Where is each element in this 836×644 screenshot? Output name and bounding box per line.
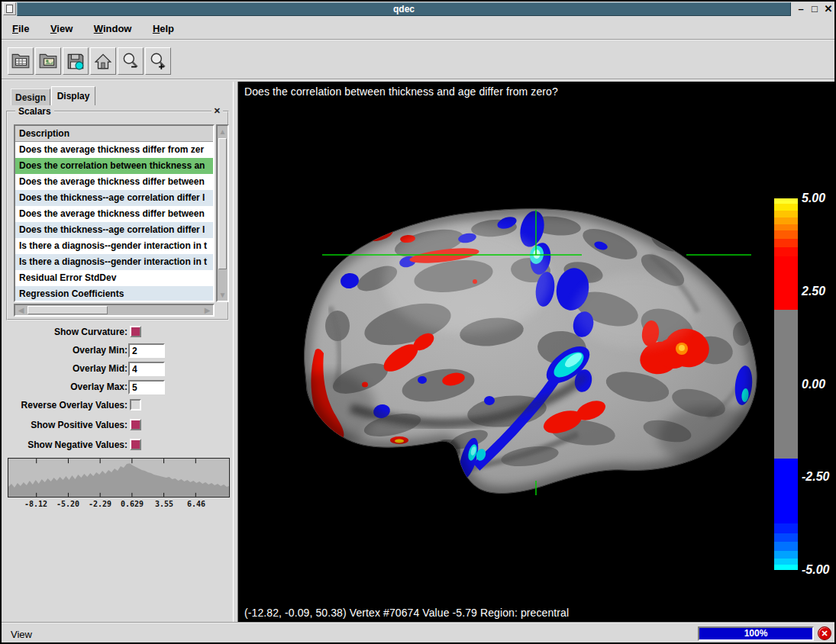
colorbar-label: 0.00 [802, 378, 825, 391]
zoom-in-button[interactable] [145, 47, 171, 75]
colorbar-label: -5.00 [802, 563, 829, 577]
surface-viewer[interactable]: Does the correlation between thickness a… [238, 82, 834, 622]
overlay-colorbar [774, 198, 798, 570]
show-curvature-label: Show Curvature: [54, 327, 127, 337]
colorbar-label: 5.00 [802, 192, 825, 205]
hist-tick: -2.29 [89, 500, 111, 508]
question-text: Does the correlation between thickness a… [244, 85, 558, 98]
show-curvature-checkbox[interactable] [130, 326, 141, 337]
show-negative-row: Show Negative Values: [2, 438, 233, 453]
list-item[interactable]: Residual Error StdDev [15, 270, 213, 286]
vertical-scrollbar[interactable]: ▲ ▼ [216, 124, 229, 302]
vertex-status-text: (-12.82, -0.09, 50.38) Vertex #70674 Val… [244, 607, 569, 619]
colorbar-gray-segment [774, 310, 798, 459]
home-icon [93, 51, 113, 71]
scroll-up-icon[interactable]: ▲ [218, 127, 228, 137]
minimize-button[interactable]: – [794, 2, 808, 16]
window-title: qdec [17, 2, 791, 16]
list-item[interactable]: Does the average thickness differ betwee… [15, 174, 213, 190]
scroll-right-icon[interactable]: ▶ [202, 305, 212, 315]
titlebar: qdec – □ ✕ [2, 2, 834, 17]
home-view-button[interactable] [90, 47, 116, 75]
tab-design[interactable]: Design [11, 89, 50, 105]
show-positive-row: Show Positive Values: [2, 418, 233, 433]
scalars-title: Scalars [15, 106, 54, 117]
maximize-button[interactable]: □ [808, 2, 821, 16]
overlay-mid-label: Overlay Mid: [73, 363, 127, 374]
list-item[interactable]: Is there a diagnosis--gender interaction… [15, 254, 213, 270]
zoom-out-button[interactable] [118, 47, 144, 75]
folder-table-icon [11, 51, 31, 71]
overlay-max-input[interactable] [128, 380, 165, 394]
list-header: Description [15, 126, 213, 142]
window-menu-icon[interactable] [3, 2, 16, 15]
menu-window[interactable]: Window [87, 18, 139, 38]
overlay-max-label: Overlay Max: [70, 382, 127, 392]
list-item-selected[interactable]: Does the correlation between thickness a… [15, 158, 213, 174]
zoom-in-icon [148, 51, 168, 71]
load-data-table-button[interactable] [8, 47, 34, 75]
scalars-close-icon[interactable]: ✕ [211, 106, 223, 116]
horizontal-scrollbar[interactable]: ◀ ▶ [14, 304, 215, 317]
tab-display[interactable]: Display [51, 86, 95, 105]
scalars-list[interactable]: Description Does the average thickness d… [14, 124, 215, 302]
save-icon [66, 51, 86, 71]
reverse-overlay-checkbox[interactable] [130, 399, 141, 411]
menu-view[interactable]: View [44, 18, 79, 38]
app-window: qdec – □ ✕ File View Window Help [0, 0, 836, 644]
menu-help[interactable]: Help [146, 18, 181, 38]
progress-value: 100% [699, 628, 812, 639]
cancel-progress-button[interactable]: ✕ [818, 626, 831, 640]
reverse-overlay-row: Reverse Overlay Values: [2, 398, 233, 414]
show-negative-checkbox[interactable] [130, 439, 141, 450]
show-positive-label: Show Positive Values: [31, 420, 127, 430]
overlay-min-row: Overlay Min: [2, 343, 233, 359]
vertical-scroll-thumb[interactable] [218, 138, 227, 269]
overlay-mid-input[interactable] [128, 362, 165, 376]
load-image-button[interactable] [35, 47, 61, 75]
statusbar: View 100% ✕ [2, 622, 834, 642]
statusbar-view-label: View [11, 629, 32, 640]
histogram-plot [8, 459, 229, 497]
page-icon [6, 5, 13, 13]
hist-tick: -8.12 [24, 500, 47, 508]
colorbar-heat-segment [774, 198, 798, 310]
colorbar-label: 2.50 [802, 285, 825, 298]
reverse-overlay-label: Reverse Overlay Values: [21, 400, 127, 411]
list-item[interactable]: Does the thickness--age correlation diff… [15, 190, 213, 206]
scroll-down-icon[interactable]: ▼ [218, 290, 228, 300]
list-item[interactable]: Regression Coefficients [15, 286, 213, 302]
zoom-out-icon [121, 51, 140, 71]
hist-tick: 6.46 [187, 500, 205, 508]
save-button[interactable] [63, 47, 89, 75]
folder-image-icon [38, 51, 58, 71]
overlay-mid-row: Overlay Mid: [2, 362, 233, 377]
colorbar-cold-segment [774, 459, 798, 570]
horizontal-scroll-thumb[interactable] [27, 306, 108, 314]
menu-file[interactable]: File [5, 18, 36, 38]
menubar: File View Window Help [2, 18, 834, 40]
scalars-groupbox: Scalars ✕ Description Does the average t… [6, 111, 229, 320]
show-negative-label: Show Negative Values: [27, 440, 127, 450]
list-item[interactable]: Does the average thickness differ betwee… [15, 206, 213, 222]
list-item[interactable]: Does the average thickness differ from z… [15, 142, 213, 158]
hist-tick: 3.55 [155, 500, 173, 508]
show-positive-checkbox[interactable] [130, 419, 141, 430]
control-panel: Design Display Scalars ✕ Description Doe… [2, 82, 233, 623]
hist-tick: 0.629 [121, 500, 144, 508]
scroll-left-icon[interactable]: ◀ [16, 305, 26, 315]
brain-render[interactable] [238, 82, 834, 622]
value-histogram[interactable] [8, 458, 230, 497]
panel-divider[interactable] [233, 82, 238, 623]
close-button[interactable]: ✕ [821, 2, 835, 16]
list-item[interactable]: Does the thickness--age correlation diff… [15, 222, 213, 238]
toolbar [2, 42, 834, 80]
colorbar-label: -2.50 [802, 470, 829, 484]
show-curvature-row: Show Curvature: [2, 325, 233, 340]
overlay-min-input[interactable] [128, 343, 165, 358]
list-item[interactable]: Is there a diagnosis--gender interaction… [15, 238, 213, 254]
overlay-max-row: Overlay Max: [2, 380, 233, 395]
overlay-min-label: Overlay Min: [73, 345, 127, 356]
progress-bar: 100% [698, 626, 814, 641]
hist-tick: -5.20 [56, 500, 79, 508]
